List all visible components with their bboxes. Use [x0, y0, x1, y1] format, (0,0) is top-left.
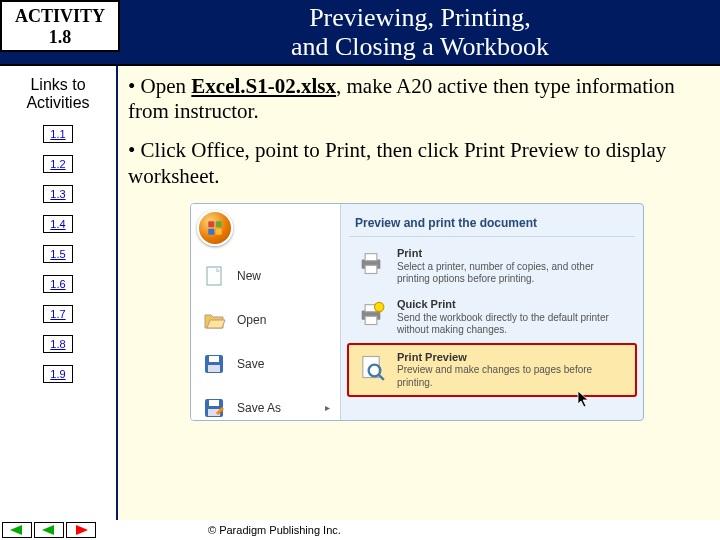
arrow-right-icon: [72, 524, 90, 536]
arrow-left-icon: [8, 524, 26, 536]
sidebar-link-1-5[interactable]: 1.5: [43, 245, 73, 263]
sidebar-link-1-3[interactable]: 1.3: [43, 185, 73, 203]
svg-rect-17: [365, 265, 377, 273]
sidebar: Links to Activities 1.11.21.31.41.51.61.…: [0, 66, 118, 520]
office-menu-screenshot: NewOpenSaveSave As▸Print▸ Preview and pr…: [190, 203, 644, 421]
cursor-icon: [577, 390, 591, 408]
slide-title: Previewing, Printing, and Closing a Work…: [120, 0, 720, 64]
svg-line-24: [379, 375, 384, 380]
svg-rect-1: [216, 221, 222, 227]
sidebar-link-1-6[interactable]: 1.6: [43, 275, 73, 293]
chevron-right-icon: ▸: [325, 402, 330, 414]
arrow-left-icon: [40, 524, 58, 536]
svg-rect-7: [209, 356, 219, 362]
activity-badge: ACTIVITY 1.8: [0, 0, 120, 52]
menu-item-save-as[interactable]: Save As▸: [191, 386, 340, 421]
submenu-item-print[interactable]: PrintSelect a printer, number of copies,…: [349, 241, 635, 292]
svg-rect-4: [207, 267, 221, 285]
sidebar-link-1-7[interactable]: 1.7: [43, 305, 73, 323]
print-icon: [355, 247, 387, 279]
sidebar-link-1-2[interactable]: 1.2: [43, 155, 73, 173]
submenu-item-print-preview[interactable]: Print PreviewPreview and make changes to…: [347, 343, 637, 398]
submenu-heading: Preview and print the document: [349, 214, 635, 237]
copyright-text: © Paradigm Publishing Inc.: [208, 524, 341, 536]
preview-icon: [355, 351, 387, 383]
svg-rect-20: [365, 316, 377, 324]
sidebar-link-1-4[interactable]: 1.4: [43, 215, 73, 233]
sidebar-heading: Links to Activities: [0, 76, 116, 113]
saveas-icon: [201, 395, 227, 421]
menu-item-open[interactable]: Open: [191, 298, 340, 342]
menu-item-new[interactable]: New: [191, 254, 340, 298]
svg-rect-2: [208, 229, 214, 235]
content-area: • Open Excel.S1-02.xlsx, make A20 active…: [118, 66, 720, 520]
slide-footer: © Paradigm Publishing Inc.: [0, 520, 720, 540]
submenu-item-quick-print[interactable]: Quick PrintSend the workbook directly to…: [349, 292, 635, 343]
save-icon: [201, 351, 227, 377]
open-icon: [201, 307, 227, 333]
prev-slide-button[interactable]: [2, 522, 32, 538]
activity-label: ACTIVITY: [2, 6, 118, 27]
sidebar-link-1-8[interactable]: 1.8: [43, 335, 73, 353]
new-icon: [201, 263, 227, 289]
svg-marker-25: [10, 525, 22, 535]
svg-rect-16: [365, 254, 377, 261]
office-button[interactable]: [197, 210, 233, 246]
svg-rect-10: [209, 400, 219, 406]
slide-header: ACTIVITY 1.8 Previewing, Printing, and C…: [0, 0, 720, 66]
sidebar-link-1-1[interactable]: 1.1: [43, 125, 73, 143]
bullet-1: • Open Excel.S1-02.xlsx, make A20 active…: [128, 74, 706, 124]
office-logo-icon: [206, 219, 224, 237]
svg-point-21: [375, 302, 384, 311]
activity-number: 1.8: [2, 27, 118, 48]
svg-rect-8: [208, 365, 220, 372]
menu-item-save[interactable]: Save: [191, 342, 340, 386]
svg-rect-0: [208, 221, 214, 227]
svg-marker-26: [42, 525, 54, 535]
svg-marker-27: [76, 525, 88, 535]
next-slide-button[interactable]: [66, 522, 96, 538]
bullet-2: • Click Office, point to Print, then cli…: [128, 138, 706, 188]
quick-icon: [355, 298, 387, 330]
svg-rect-3: [216, 229, 222, 235]
prev-slide-button-2[interactable]: [34, 522, 64, 538]
sidebar-link-1-9[interactable]: 1.9: [43, 365, 73, 383]
